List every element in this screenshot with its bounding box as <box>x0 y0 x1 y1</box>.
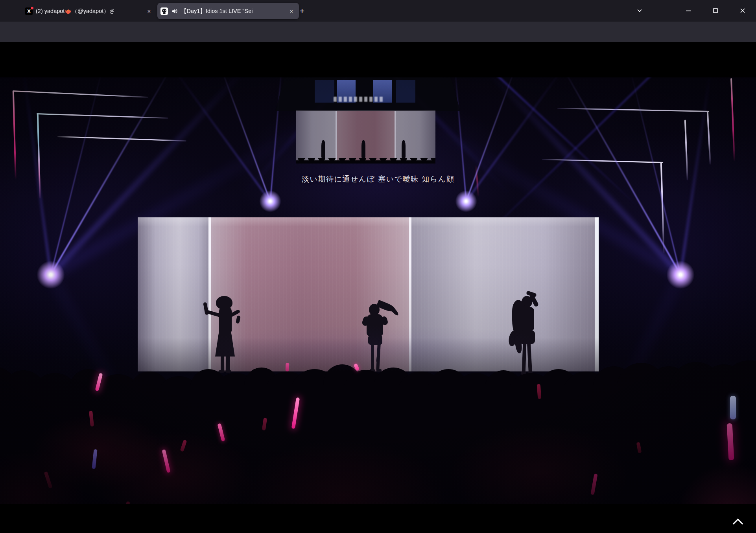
browser-toolbar: live.nicovideo.jp/watch/lv348746871 <box>0 22 756 42</box>
tab-title: 【Day1】Idios 1st LIVE "Sei <box>181 7 284 15</box>
tab-x-yadapot[interactable]: X (2) yadapot🫖（@yadapot）さ × <box>23 4 156 18</box>
scroll-to-top-button[interactable] <box>728 513 747 529</box>
notification-dot <box>31 7 33 9</box>
maximize-button[interactable] <box>708 4 723 17</box>
chevron-up-icon <box>731 516 745 527</box>
tab-nicovideo-live[interactable]: 【Day1】Idios 1st LIVE "Sei × <box>157 3 299 19</box>
x-logo-icon: X <box>25 7 33 15</box>
tab-close-icon[interactable]: × <box>287 7 296 15</box>
close-icon <box>739 7 746 14</box>
niconico-logo-icon <box>160 7 168 15</box>
browser-titlebar: X (2) yadapot🫖（@yadapot）さ × 【Day1】Idios … <box>0 0 756 22</box>
maximize-icon <box>712 7 719 14</box>
chevron-down-icon <box>636 7 644 15</box>
tab-title: (2) yadapot🫖（@yadapot）さ <box>36 7 142 15</box>
tab-audio-playing-icon[interactable] <box>171 8 178 15</box>
new-tab-button[interactable]: + <box>296 5 308 17</box>
list-all-tabs-button[interactable] <box>632 4 647 17</box>
video-frame[interactable]: 淡い期待に通せんぼ 塞いで曖昧 知らん顔 <box>0 77 756 504</box>
close-window-button[interactable] <box>735 4 750 17</box>
tab-close-icon[interactable]: × <box>145 7 153 15</box>
stick-layer <box>0 77 756 504</box>
minimize-icon <box>685 7 691 14</box>
minimize-button[interactable] <box>681 4 696 17</box>
